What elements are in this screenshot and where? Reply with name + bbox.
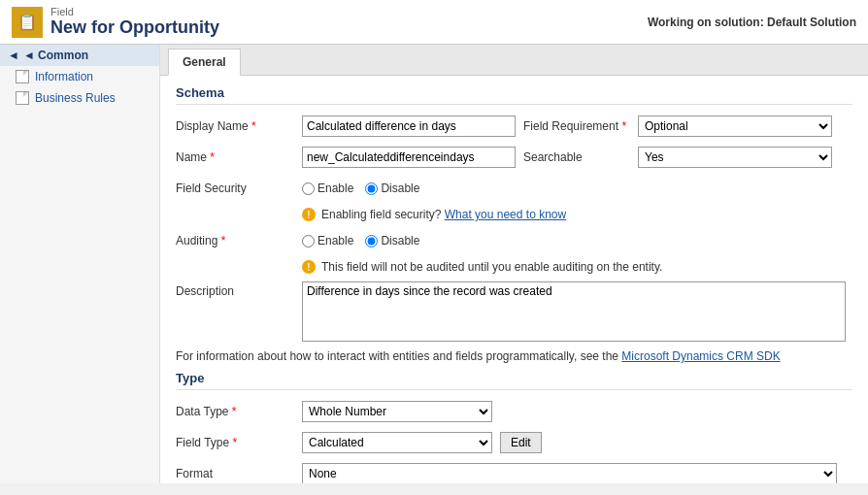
field-security-disable-option[interactable]: Disable [365,182,419,195]
sidebar-section-label: ◄ Common [23,49,88,62]
information-page-icon [16,70,29,83]
header-subtitle: Field [50,6,219,17]
field-type-select[interactable]: Simple Calculated Rollup [302,432,492,453]
auditing-label: Auditing * [176,234,302,248]
data-type-row: Data Type * Whole Number Single Line of … [176,400,852,423]
field-security-control: Enable Disable [302,182,852,195]
sidebar: ◄ ◄ Common Information Business Rules [0,45,160,483]
header-bar: 📋 Field New for Opportunity Working on s… [0,0,868,45]
schema-section-header: Schema [176,85,852,105]
data-type-control: Whole Number Single Line of Text Two Opt… [302,401,852,422]
field-security-warning-row: ! Enabling field security? What you need… [302,208,852,221]
description-label: Description [176,281,302,298]
info-row: For information about how to interact wi… [176,349,852,363]
sidebar-section-common: ◄ ◄ Common [0,45,159,66]
name-input[interactable] [302,147,516,168]
auditing-enable-option[interactable]: Enable [302,234,353,248]
data-type-label: Data Type * [176,405,302,418]
field-security-warning-icon: ! [302,208,316,221]
sidebar-item-information-label: Information [35,70,93,83]
field-security-label: Field Security [176,182,302,195]
field-security-warning-text: Enabling field security? What you need t… [321,208,566,221]
header-icon-symbol: 📋 [17,13,37,31]
auditing-warning-icon: ! [302,260,316,274]
field-security-radio-group: Enable Disable [302,182,419,195]
format-label: Format [176,467,302,480]
auditing-radio-group: Enable Disable [302,234,419,248]
field-security-row: Field Security Enable Disable [176,177,852,200]
sidebar-item-business-rules[interactable]: Business Rules [0,87,159,109]
display-name-row: Display Name * Field Requirement * Optio… [176,115,852,138]
edit-button[interactable]: Edit [500,432,542,453]
field-security-disable-radio[interactable] [365,182,378,195]
auditing-warning-text: This field will not be audited until you… [321,260,662,274]
auditing-enable-radio[interactable] [302,235,315,248]
description-row: Description Difference in days since the… [176,281,852,342]
header-left: 📋 Field New for Opportunity [12,6,219,38]
field-requirement-label: Field Requirement * [523,119,630,133]
tab-general[interactable]: General [168,49,241,76]
main-layout: ◄ ◄ Common Information Business Rules Ge… [0,45,868,483]
searchable-label: Searchable [523,150,630,164]
header-icon: 📋 [12,7,43,38]
display-name-control: Field Requirement * Optional Business Re… [302,116,852,137]
auditing-row: Auditing * Enable Disable [176,229,852,252]
sidebar-item-information[interactable]: Information [0,66,159,87]
searchable-select[interactable]: Yes No [638,147,832,168]
data-type-select[interactable]: Whole Number Single Line of Text Two Opt… [302,401,492,422]
content-area: General Schema Display Name * Field Requ… [160,45,868,483]
format-row: Format None Duration Time Zone Language [176,462,852,483]
type-section-header: Type [176,371,852,390]
field-security-enable-option[interactable]: Enable [302,182,353,195]
format-select[interactable]: None Duration Time Zone Language [302,463,837,483]
auditing-disable-radio[interactable] [365,235,378,248]
display-name-required: * [251,119,256,133]
auditing-disable-option[interactable]: Disable [365,234,419,248]
name-control: Searchable Yes No [302,147,852,168]
header-title-block: Field New for Opportunity [50,6,219,38]
name-required: * [210,150,215,164]
field-type-row: Field Type * Simple Calculated Rollup Ed… [176,431,852,454]
header-title: New for Opportunity [50,17,219,38]
name-row: Name * Searchable Yes No [176,146,852,169]
field-security-enable-radio[interactable] [302,182,315,195]
format-control: None Duration Time Zone Language [302,463,852,483]
tabs-bar: General [160,45,868,76]
sidebar-item-business-rules-label: Business Rules [35,91,116,105]
field-security-warning-link[interactable]: What you need to know [445,208,566,221]
working-on-label: Working on solution: Default Solution [648,16,856,29]
description-control: Difference in days since the record was … [302,281,852,342]
display-name-label: Display Name * [176,119,302,133]
auditing-control: Enable Disable [302,234,852,248]
field-requirement-select[interactable]: Optional Business Required Business Reco… [638,116,832,137]
description-textarea[interactable]: Difference in days since the record was … [302,281,846,342]
display-name-input[interactable] [302,116,516,137]
field-type-control: Simple Calculated Rollup Edit [302,432,852,453]
business-rules-page-icon [16,91,29,105]
name-label: Name * [176,150,302,164]
auditing-warning-row: ! This field will not be audited until y… [302,260,852,274]
sdk-link[interactable]: Microsoft Dynamics CRM SDK [621,349,780,363]
field-type-label: Field Type * [176,436,302,449]
form-content: Schema Display Name * Field Requirement … [160,76,868,483]
sidebar-collapse-icon[interactable]: ◄ [8,49,19,62]
